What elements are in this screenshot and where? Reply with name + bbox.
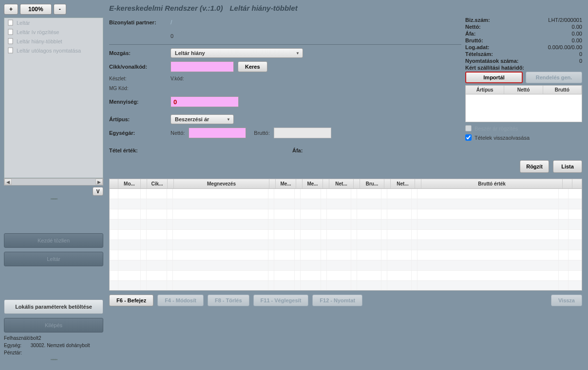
table-header-cell[interactable]: Net... (391, 179, 415, 188)
table-row[interactable] (110, 271, 582, 281)
table-header-cell[interactable]: Cik... (147, 179, 168, 188)
table-row[interactable] (110, 189, 582, 199)
netto-sublabel: Nettó: (171, 130, 185, 136)
side-button-exit[interactable]: Kilépés (4, 318, 103, 333)
svg-rect-3 (8, 48, 13, 53)
side-button-kezdo[interactable]: Kezdé tözllen (4, 233, 103, 248)
table-row[interactable] (110, 281, 582, 291)
collapse-v-button[interactable]: V (93, 187, 103, 196)
table-header-cell[interactable]: Megnevezés (174, 179, 269, 188)
mini-col-artipus: Ártípus (466, 86, 504, 94)
file-icon (7, 19, 14, 26)
function-bar: F6 - Befejez F4 - Módosít F8 - Törlés F1… (109, 295, 582, 306)
user-label: Felhasználó: (4, 335, 29, 341)
menny-label: Mennyiség: (109, 99, 171, 105)
tree-horizontal-scrollbar[interactable]: ◀ ▶ (4, 178, 103, 185)
partner-value: / (171, 19, 172, 26)
table-row[interactable] (110, 250, 582, 260)
rendeles-gen-button: Rendelés gen. (526, 72, 582, 83)
afa-sum-label: Áfa: (465, 31, 523, 37)
table-header-cell[interactable]: Me... (276, 179, 296, 188)
brutto-sublabel: Bruttó: (254, 130, 269, 136)
side-button-params[interactable]: Lokális paraméterek betöltése (4, 299, 103, 314)
table-header-cell[interactable] (110, 179, 118, 188)
drag-handle-icon[interactable]: ━━━ (4, 196, 103, 202)
cikk-label: Cikk/vonalkód: (109, 64, 171, 70)
sidebar: + 100% - Leltár Leltár ív rögzítése Lelt… (0, 0, 107, 370)
table-header-cell[interactable] (269, 179, 276, 188)
tetelszam-value: 0 (523, 51, 582, 57)
cash-label: Pénztár: (4, 350, 29, 355)
table-header-cell[interactable] (323, 179, 329, 188)
f11-veglegesit-button: F11 - Véglegesít (253, 295, 309, 306)
zoom-in-button[interactable]: + (4, 4, 18, 15)
table-row[interactable] (110, 209, 582, 220)
summary-panel: Biz.szám:LHT/2/000001 Nettó:0.00 Áfa:0.0… (465, 17, 582, 173)
mini-col-brutto: Bruttó (543, 86, 582, 94)
mozgas-label: Mozgás: (109, 50, 171, 56)
rogzit-button[interactable]: Rögzít (520, 160, 549, 173)
tree-item-leltar-iv[interactable]: Leltár ív rögzítése (4, 27, 103, 37)
navigation-tree: Leltár Leltár ív rögzítése Leltár hiány-… (4, 18, 103, 178)
vkod-label: V.kód: (171, 76, 184, 81)
artipus-label: Ártípus: (109, 116, 171, 122)
table-row[interactable] (110, 220, 582, 230)
svg-rect-1 (8, 29, 13, 35)
artipus-select[interactable]: Beszerzési ár (171, 114, 234, 124)
table-row[interactable] (110, 230, 582, 240)
table-header-cell[interactable]: Bruttó érték (421, 179, 563, 188)
beszer-label: Beszér ár rögzítés (474, 126, 518, 131)
table-header-cell[interactable] (354, 179, 360, 188)
table-header-cell[interactable]: Net... (329, 179, 354, 188)
table-header-cell[interactable] (415, 179, 421, 188)
log-value: 0.00/0.00/0.00 (523, 44, 582, 50)
netto-input[interactable] (189, 128, 246, 138)
drag-handle-icon[interactable]: ━━━ (4, 357, 103, 362)
keres-button[interactable]: Keres (238, 61, 267, 72)
page-title: E-kereskedelmi Rendszer (v.:1.0)Leltár h… (109, 4, 582, 12)
tetelek-checkbox[interactable] (465, 134, 472, 141)
partner-subvalue: 0 (171, 33, 173, 39)
table-header-cell[interactable]: Me... (303, 179, 323, 188)
table-header-cell[interactable]: Mo... (118, 179, 141, 188)
scroll-left-icon[interactable]: ◀ (4, 179, 12, 185)
table-header-cell[interactable] (141, 179, 147, 188)
table-row[interactable] (110, 199, 582, 209)
tetel-ertek-label: Tétel érték: (109, 148, 171, 153)
menny-input[interactable] (171, 96, 239, 107)
tree-item-hiany-tobblet[interactable]: Leltár hiány-többlet (4, 37, 103, 46)
table-header-cell[interactable]: Bru... (360, 179, 384, 188)
table-header-cell[interactable] (384, 179, 391, 188)
table-header-cell[interactable] (296, 179, 303, 188)
hatarido-label: Kért szállítási határidő: (465, 65, 563, 71)
beszer-checkbox (465, 125, 472, 131)
cikk-input[interactable] (171, 61, 234, 72)
f12-nyomtat-button: F12 - Nyomtat (312, 295, 362, 306)
nyom-label: Nyomtatások száma: (465, 58, 538, 64)
f4-modosit-button: F4 - Módosít (157, 295, 204, 306)
f6-befejez-button[interactable]: F6 - Befejez (109, 295, 153, 306)
mozgas-select[interactable]: Leltár hiány (171, 48, 303, 58)
mg-label: MG Kód: (109, 86, 171, 91)
table-row[interactable] (110, 240, 582, 250)
tree-item-utolagos[interactable]: Leltár utólagos nyomtatása (4, 46, 103, 55)
svg-rect-0 (8, 20, 13, 25)
brutto-sum-value: 0.00 (523, 37, 582, 43)
side-button-leltar[interactable]: Leltár (4, 252, 103, 266)
zoom-level-button[interactable]: 100% (20, 4, 52, 15)
brutto-input[interactable] (274, 128, 331, 138)
scroll-right-icon[interactable]: ▶ (95, 179, 103, 185)
table-header-cell[interactable] (168, 179, 174, 188)
zoom-out-button[interactable]: - (54, 4, 66, 15)
table-header-cell[interactable] (563, 179, 572, 188)
keszlet-label: Készlet: (109, 76, 171, 81)
brutto-sum-label: Bruttó: (465, 37, 523, 43)
bizm-label: Biz.szám: (465, 17, 523, 23)
import-button[interactable]: Importál (465, 72, 523, 83)
unit-value: 30002. Nemzeti dohánybolt (31, 343, 90, 348)
lista-button[interactable]: Lista (553, 160, 582, 173)
items-table: Mo...Cik...MegnevezésMe...Me...Net...Bru… (109, 179, 582, 291)
tree-item-leltar[interactable]: Leltár (4, 18, 103, 27)
netto-value: 0.00 (523, 24, 582, 30)
table-row[interactable] (110, 260, 582, 271)
